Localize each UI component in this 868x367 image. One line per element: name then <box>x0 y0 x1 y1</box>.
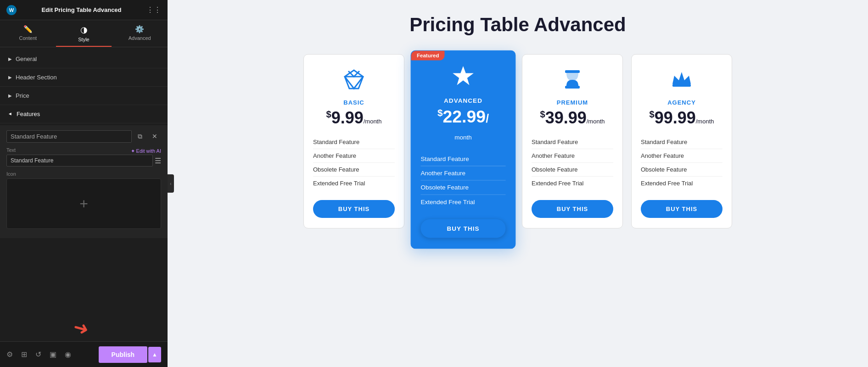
tab-content-label: Content <box>19 35 37 41</box>
layers-icon[interactable]: ⊞ <box>21 350 27 359</box>
list-item: Standard Feature <box>420 152 505 166</box>
edit-ai-btn[interactable]: ✦ Edit with AI <box>131 148 161 154</box>
features-arrow: ▼ <box>8 112 13 117</box>
agency-icon <box>641 67 722 95</box>
list-item: Extended Free Trial <box>420 195 505 209</box>
list-item: Obsolete Feature <box>641 163 722 177</box>
list-item: Obsolete Feature <box>313 163 395 177</box>
list-item: Standard Feature <box>532 135 613 149</box>
icon-label: Icon <box>6 171 161 177</box>
agency-plan-name: AGENCY <box>641 99 722 106</box>
list-item: Standard Feature <box>641 135 722 149</box>
duplicate-icon[interactable]: ⧉ <box>134 130 146 143</box>
feature-text-input-row: ☰ <box>6 155 161 167</box>
basic-plan-name: BASIC <box>313 99 395 106</box>
collapse-handle[interactable]: ‹ <box>168 174 174 193</box>
nav-item-general[interactable]: ▶ General <box>0 50 168 68</box>
advanced-tab-icon: ⚙️ <box>135 25 144 33</box>
tab-style[interactable]: ◑ Style <box>56 20 112 47</box>
pricing-card-basic: BASIC $9.99/month Standard Feature Anoth… <box>303 54 404 228</box>
list-item: Another Feature <box>641 149 722 163</box>
pricing-card-advanced: Featured ADVANCED $22.99/month Standard … <box>411 50 516 249</box>
ai-star-icon: ✦ <box>131 148 135 154</box>
agency-price: $99.99/month <box>641 110 722 126</box>
wp-icon: W <box>6 5 17 15</box>
settings-icon[interactable]: ⚙ <box>6 350 13 359</box>
advanced-price: $22.99/month <box>420 108 505 143</box>
text-options-icon[interactable]: ☰ <box>155 156 161 165</box>
feature-text-row: Text ✦ Edit with AI ☰ <box>6 147 161 167</box>
sidebar: W Edit Pricing Table Advanced ⋮⋮ ✏️ Cont… <box>0 0 168 367</box>
sidebar-nav: ▶ General ▶ Header Section ▶ Price ▼ Fea… <box>0 47 168 341</box>
list-item: Extended Free Trial <box>313 177 395 190</box>
delete-icon[interactable]: ✕ <box>148 130 161 143</box>
tab-content[interactable]: ✏️ Content <box>0 20 56 47</box>
nav-item-price[interactable]: ▶ Price <box>0 87 168 105</box>
history-icon[interactable]: ↺ <box>35 350 41 359</box>
publish-dropdown-button[interactable]: ▲ <box>148 347 161 362</box>
list-item: Standard Feature <box>313 135 395 149</box>
list-item: Extended Free Trial <box>641 177 722 190</box>
text-label: Text <box>6 147 16 153</box>
icon-upload-area[interactable]: + <box>6 178 161 229</box>
sidebar-header: W Edit Pricing Table Advanced ⋮⋮ <box>0 0 168 20</box>
list-item: Another Feature <box>313 149 395 163</box>
nav-item-features[interactable]: ▼ Features <box>0 105 168 123</box>
tab-advanced[interactable]: ⚙️ Advanced <box>112 20 168 47</box>
pricing-card-premium: PREMIUM $39.99/month Standard Feature An… <box>522 54 623 228</box>
publish-button[interactable]: Publish <box>99 346 148 363</box>
advanced-buy-button[interactable]: BUY THIS <box>420 219 505 238</box>
feature-name-input[interactable] <box>6 130 132 143</box>
feature-icon-row: Icon + <box>6 171 161 229</box>
featured-badge: Featured <box>411 51 445 61</box>
grid-icon[interactable]: ⋮⋮ <box>146 6 161 14</box>
nav-price-label: Price <box>16 92 29 99</box>
premium-icon <box>532 67 613 95</box>
nav-features-label: Features <box>17 111 40 117</box>
sidebar-bottom: ⚙ ⊞ ↺ ▣ ◉ Publish ▲ <box>0 341 168 367</box>
basic-icon <box>313 67 395 95</box>
price-arrow: ▶ <box>8 93 12 98</box>
list-item: Obsolete Feature <box>532 163 613 177</box>
content-tab-icon: ✏️ <box>23 25 33 33</box>
premium-price: $39.99/month <box>532 110 613 126</box>
responsive-icon[interactable]: ▣ <box>50 350 56 359</box>
feature-editor: ⧉ ✕ Text ✦ Edit with AI ☰ I <box>0 125 168 238</box>
nav-header-label: Header Section <box>16 74 57 81</box>
header-arrow: ▶ <box>8 75 12 80</box>
main-content: Pricing Table Advanced BASIC $9.99/month… <box>168 0 868 367</box>
advanced-plan-name: ADVANCED <box>420 97 505 105</box>
style-tab-icon: ◑ <box>80 25 88 35</box>
pricing-grid: BASIC $9.99/month Standard Feature Anoth… <box>186 54 850 245</box>
basic-features: Standard Feature Another Feature Obsolet… <box>313 135 395 190</box>
nav-item-header[interactable]: ▶ Header Section <box>0 68 168 87</box>
agency-features: Standard Feature Another Feature Obsolet… <box>641 135 722 190</box>
preview-icon[interactable]: ◉ <box>65 350 71 359</box>
agency-buy-button[interactable]: BUY THIS <box>641 200 722 218</box>
svg-marker-0 <box>345 70 363 89</box>
tab-advanced-label: Advanced <box>129 35 151 41</box>
feature-text-input[interactable] <box>6 155 153 167</box>
bottom-icons: ⚙ ⊞ ↺ ▣ ◉ <box>6 350 71 359</box>
advanced-features: Standard Feature Another Feature Obsolet… <box>420 152 505 209</box>
svg-rect-3 <box>565 86 580 89</box>
pricing-card-agency: AGENCY $99.99/month Standard Feature Ano… <box>631 54 732 228</box>
nav-general-label: General <box>16 56 37 62</box>
premium-buy-button[interactable]: BUY THIS <box>532 200 613 218</box>
feature-editor-header: ⧉ ✕ <box>6 130 161 143</box>
list-item: Another Feature <box>420 166 505 180</box>
sidebar-title: Edit Pricing Table Advanced <box>41 6 121 13</box>
tab-style-label: Style <box>78 37 89 42</box>
page-title: Pricing Table Advanced <box>186 14 850 36</box>
list-item: Obsolete Feature <box>420 181 505 195</box>
svg-marker-1 <box>453 66 474 85</box>
sidebar-tabs: ✏️ Content ◑ Style ⚙️ Advanced <box>0 20 168 47</box>
premium-features: Standard Feature Another Feature Obsolet… <box>532 135 613 190</box>
basic-price: $9.99/month <box>313 110 395 126</box>
publish-area: Publish ▲ <box>99 346 161 363</box>
premium-plan-name: PREMIUM <box>532 99 613 106</box>
svg-rect-4 <box>672 84 691 87</box>
plus-icon: + <box>79 195 88 212</box>
svg-rect-2 <box>565 70 580 73</box>
basic-buy-button[interactable]: BUY THIS <box>313 200 395 218</box>
